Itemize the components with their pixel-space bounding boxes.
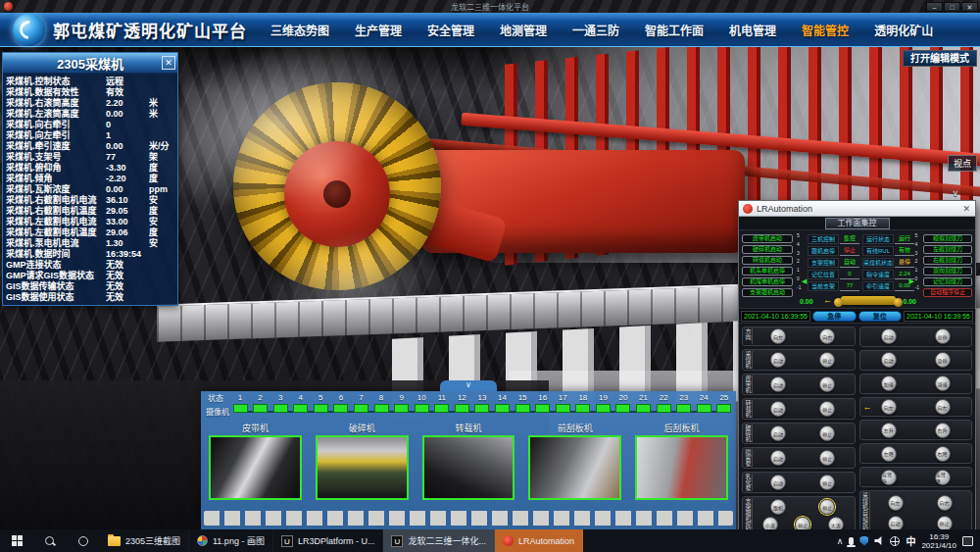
camera-feed-video[interactable]: [422, 435, 515, 500]
round-control-button[interactable]: 启动: [770, 475, 786, 490]
cut-mode-button[interactable]: 模拟割煤刀: [923, 234, 972, 243]
round-control-button[interactable]: 停止: [819, 426, 835, 441]
tray-expand-icon[interactable]: ∧: [837, 536, 844, 546]
round-control-button[interactable]: 向右: [819, 328, 835, 344]
round-control-button[interactable]: 启动: [770, 450, 786, 466]
round-control-button[interactable]: 停止: [819, 450, 835, 466]
cut-mode-button[interactable]: 双向割煤刀: [923, 267, 972, 276]
cut-mode-button[interactable]: 记忆割煤刀: [923, 277, 972, 286]
round-control-button[interactable]: 向右: [937, 495, 953, 511]
network-icon[interactable]: [890, 536, 900, 546]
start-button[interactable]: [0, 529, 33, 552]
nav-menu-item[interactable]: 透明化矿山: [874, 22, 933, 38]
round-control-button[interactable]: 加速: [881, 376, 897, 391]
notification-center-icon[interactable]: [962, 536, 973, 546]
taskbar-item-screenshots[interactable]: 2305三维截图: [100, 529, 189, 552]
support-status-item[interactable]: 25: [714, 393, 734, 413]
support-status-item[interactable]: 9: [392, 393, 412, 413]
taskbar-item-lr3dplatform[interactable]: U LR3DPlatform - U...: [273, 529, 384, 552]
speaker-icon[interactable]: [874, 536, 884, 545]
task-view-button[interactable]: [67, 529, 100, 552]
round-control-button[interactable]: 向左: [888, 495, 904, 511]
camera-feed-video[interactable]: [635, 435, 728, 500]
minimize-button[interactable]: –: [926, 2, 943, 12]
support-status-item[interactable]: 6: [331, 393, 351, 413]
support-status-item[interactable]: 14: [493, 393, 513, 413]
round-control-button[interactable]: 启动: [770, 401, 786, 417]
cut-mode-button[interactable]: 右截割煤刀: [923, 256, 972, 265]
support-status-item[interactable]: 15: [513, 393, 532, 413]
reset-button[interactable]: 复位: [858, 311, 903, 322]
support-status-item[interactable]: 1: [230, 393, 250, 413]
round-control-button[interactable]: 摇臂升: [881, 470, 897, 485]
support-status-item[interactable]: 13: [472, 393, 492, 413]
round-control-button[interactable]: 右降: [935, 446, 951, 462]
nav-menu-item[interactable]: 生产管理: [355, 22, 402, 38]
close-icon[interactable]: ✕: [162, 56, 175, 70]
support-status-item[interactable]: 19: [593, 393, 612, 413]
round-control-button[interactable]: 左升: [881, 423, 897, 438]
maximize-button[interactable]: □: [944, 2, 960, 12]
clock[interactable]: 16:39 2021/4/10: [921, 532, 956, 550]
support-status-item[interactable]: 21: [634, 393, 654, 413]
camera-feed-video[interactable]: [528, 435, 621, 500]
support-status-item[interactable]: 12: [452, 393, 471, 413]
round-control-button[interactable]: 急停: [935, 352, 951, 368]
taskbar-search-button[interactable]: [33, 529, 67, 552]
round-control-button[interactable]: 右升: [935, 423, 951, 438]
support-thumbnail-strip[interactable]: [204, 511, 733, 526]
sequence-button[interactable]: 破碎机启动: [742, 245, 793, 254]
support-status-item[interactable]: 18: [573, 393, 593, 413]
taskbar-item-paint[interactable]: 11.png - 画图: [189, 529, 273, 552]
nav-menu-item[interactable]: 三维态势图: [270, 22, 329, 38]
support-status-item[interactable]: 22: [654, 393, 673, 413]
round-control-button[interactable]: 停止: [819, 475, 835, 490]
round-control-button[interactable]: 总停: [935, 328, 951, 344]
viewpoint-chevron-icon[interactable]: ∨: [952, 188, 958, 198]
sequence-button[interactable]: 支架跟机启动: [742, 288, 793, 297]
open-edit-mode-button[interactable]: 打开编辑模式: [903, 50, 977, 67]
ime-indicator[interactable]: 中: [906, 533, 915, 548]
viewpoint-tab[interactable]: 视点: [948, 155, 977, 172]
cut-mode-button[interactable]: 左截割煤刀: [923, 245, 972, 254]
round-control-button[interactable]: 向右: [935, 399, 951, 415]
support-status-item[interactable]: 16: [533, 393, 553, 413]
close-button[interactable]: ✕: [961, 2, 978, 12]
sequence-button[interactable]: 转载机启动: [742, 256, 793, 265]
nav-menu-item[interactable]: 安全管理: [427, 22, 474, 38]
round-control-button[interactable]: 停止: [819, 376, 835, 392]
security-shield-icon[interactable]: [859, 536, 868, 546]
nav-menu-item[interactable]: 智能工作面: [645, 22, 704, 38]
support-status-item[interactable]: 17: [553, 393, 572, 413]
round-control-button[interactable]: 摇臂降: [935, 470, 951, 485]
round-control-button[interactable]: 左降: [881, 446, 897, 462]
round-control-button[interactable]: 启动: [881, 328, 897, 344]
round-control-button[interactable]: 停止: [819, 401, 835, 417]
round-control-button[interactable]: 启动: [770, 376, 786, 392]
support-status-item[interactable]: 10: [412, 393, 431, 413]
support-status-item[interactable]: 24: [694, 393, 713, 413]
support-status-item[interactable]: 20: [613, 393, 633, 413]
sequence-button[interactable]: 机尾单机启停: [742, 277, 793, 286]
nav-menu-item[interactable]: 地测管理: [500, 22, 547, 38]
round-control-button[interactable]: 启动: [881, 352, 897, 368]
cut-mode-button[interactable]: 自动程序停止: [923, 288, 972, 297]
sequence-button[interactable]: 机头单机启停: [742, 267, 793, 276]
round-control-button[interactable]: 停止: [819, 352, 835, 368]
close-icon[interactable]: ✕: [962, 204, 970, 214]
nav-menu-item[interactable]: 机电管理: [729, 22, 776, 38]
round-control-button[interactable]: 跟机: [770, 499, 786, 515]
tab-workface-control[interactable]: 工作面集控: [825, 218, 890, 229]
camera-feed-video[interactable]: [316, 435, 409, 500]
round-control-button[interactable]: 向左: [770, 328, 786, 344]
nav-menu-item[interactable]: 一通三防: [572, 22, 619, 38]
support-status-item[interactable]: 3: [270, 393, 290, 413]
collapse-chevron-icon[interactable]: ∨: [440, 380, 497, 391]
round-control-button[interactable]: 向左: [881, 399, 897, 415]
support-status-item[interactable]: 4: [291, 393, 311, 413]
round-control-button[interactable]: 启动: [770, 426, 786, 441]
taskbar-item-lrautomation[interactable]: LRAutomation: [495, 529, 583, 552]
round-control-button[interactable]: 减速: [935, 376, 951, 391]
taskbar-item-platform[interactable]: U 龙软二三维一体化...: [383, 529, 495, 552]
support-status-item[interactable]: 5: [311, 393, 330, 413]
